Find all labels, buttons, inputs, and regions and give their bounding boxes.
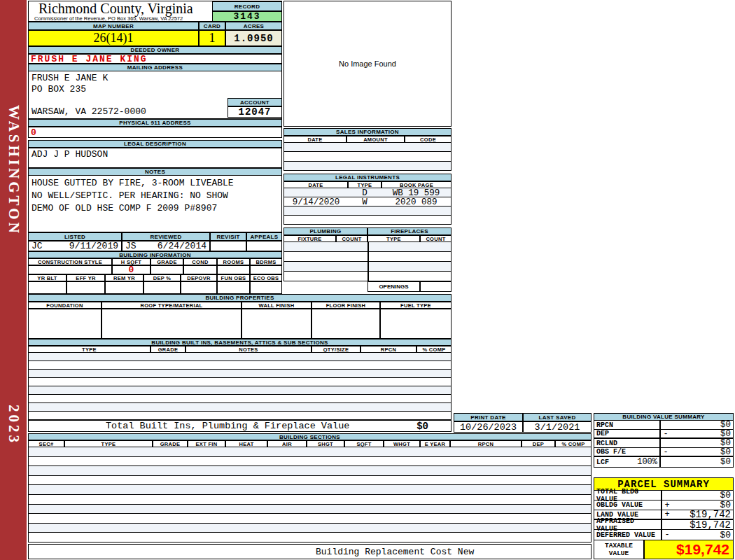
col-fuel-type: FUEL TYPE bbox=[380, 302, 451, 309]
empty-row bbox=[29, 403, 451, 412]
print-info-values: 10/26/2023 3/1/2021 bbox=[454, 421, 592, 433]
print-date-label: PRINT DATE bbox=[454, 413, 523, 421]
acres-value: 1.0950 bbox=[225, 30, 282, 46]
deeded-owner-value: FRUSH E JANE KING bbox=[28, 54, 282, 64]
col-foundation: FOUNDATION bbox=[28, 302, 102, 309]
empty-row bbox=[284, 143, 451, 152]
built-ins-title: BUILDING BUILT INS, BASEMENTS, ATTICS & … bbox=[28, 339, 451, 346]
bvs-value: $0 bbox=[671, 457, 733, 467]
col-air: AIR bbox=[267, 440, 307, 447]
cond-value bbox=[183, 265, 217, 274]
empty-row bbox=[29, 524, 591, 533]
empty-row bbox=[284, 272, 451, 281]
depovr-value bbox=[181, 281, 217, 294]
built-ins-total-value: $0 bbox=[416, 421, 428, 432]
account-value: 12047 bbox=[227, 106, 282, 118]
col-yr-blt: YR BLT bbox=[28, 274, 66, 281]
fuel-type-value bbox=[380, 309, 451, 339]
instrument-date: 9/14/2020 bbox=[284, 197, 348, 206]
notes-line: DEMO OF OLD HSE COMP F 2009 P#8907 bbox=[31, 202, 281, 215]
bvs-label: DEP bbox=[594, 430, 661, 438]
col-book-page: BOOK PAGE bbox=[382, 181, 451, 188]
revisit-value bbox=[210, 241, 246, 251]
deeded-owner-label: DEEDED OWNER bbox=[28, 46, 282, 54]
building-sections-header: SEC# TYPE GRADE EXT FIN HEAT AIR SHGT SQ… bbox=[28, 440, 592, 447]
instrument-type: D bbox=[348, 188, 382, 197]
listed-by: JC bbox=[31, 241, 43, 251]
col-shgt: SHGT bbox=[307, 440, 344, 447]
col-construction-style: CONSTRUCTION STYLE bbox=[28, 258, 112, 265]
building-information-title: BUILDING INFORMATION bbox=[28, 251, 282, 258]
yr-blt-value bbox=[28, 281, 66, 294]
rooms-value bbox=[217, 265, 250, 274]
fun-obs-value bbox=[217, 281, 250, 294]
ps-value: $19,742 bbox=[672, 510, 733, 519]
empty-row bbox=[29, 505, 591, 514]
col-eff-yr: EFF YR bbox=[66, 274, 105, 281]
table-row: DEFERRED VALUE - $0 bbox=[594, 530, 733, 540]
col-instrument-type: TYPE bbox=[348, 181, 382, 188]
table-row: APPRAISED VALUE $19,742 bbox=[594, 520, 733, 530]
parcel-summary-table: TOTAL BLDG VALUE $0 OBLDG VALUE + $0 LAN… bbox=[594, 491, 734, 540]
revisit-label: REVISIT bbox=[210, 232, 246, 241]
physical-911-label: PHYSICAL 911 ADDRESS bbox=[28, 119, 282, 127]
ps-sign bbox=[662, 491, 672, 500]
bvs-sign bbox=[661, 439, 671, 447]
col-bdrms: BDRMS bbox=[250, 258, 282, 265]
col-rpcn: RPCN bbox=[450, 440, 522, 447]
col-grade: GRADE bbox=[150, 258, 183, 265]
notes-line: NO WELL/SEPTIC. PER HEARING: NO SHOW bbox=[31, 190, 281, 202]
col-notes: NOTES bbox=[186, 346, 312, 353]
bvs-sign: - bbox=[661, 430, 671, 438]
col-sqft: SQFT bbox=[344, 440, 384, 447]
mailing-line: PO BOX 235 bbox=[31, 84, 281, 95]
legal-instruments-title: LEGAL INSTRUMENTS bbox=[284, 174, 451, 181]
built-ins-header: TYPE GRADE NOTES QTY/SIZE RPCN % COMP bbox=[28, 346, 451, 353]
empty-row bbox=[284, 152, 451, 161]
col-e-year: E YEAR bbox=[420, 440, 450, 447]
col-ext-fin: EXT FIN bbox=[188, 440, 225, 447]
eco-obs-value bbox=[250, 281, 282, 294]
openings-value bbox=[420, 281, 451, 292]
reviewed-by: JS bbox=[125, 241, 136, 251]
building-sections-rows bbox=[28, 447, 592, 542]
empty-row bbox=[29, 447, 591, 457]
sidebar-year-label: 2023 bbox=[5, 405, 22, 445]
listed-label: LISTED bbox=[28, 232, 122, 241]
col-grade: GRADE bbox=[150, 346, 186, 353]
review-value-row: JC 9/11/2019 JS 6/24/2014 bbox=[28, 241, 282, 251]
empty-row bbox=[29, 361, 451, 370]
col-wall-finish: WALL FINISH bbox=[241, 302, 312, 309]
appeals-value bbox=[246, 241, 282, 251]
empty-row bbox=[284, 242, 451, 252]
col-pct-comp: % COMP bbox=[555, 440, 592, 447]
roof-type-value bbox=[102, 309, 241, 339]
card-label: CARD bbox=[199, 22, 225, 30]
empty-row bbox=[29, 485, 591, 495]
plumbing-fireplaces-titles: PLUMBING FIREPLACES bbox=[284, 227, 451, 235]
building-info-values2 bbox=[28, 281, 282, 294]
table-row: TOTAL BLDG VALUE $0 bbox=[594, 491, 733, 500]
rem-yr-value bbox=[105, 281, 144, 294]
building-value-summary-title: BUILDING VALUE SUMMARY bbox=[594, 413, 734, 421]
ps-sign: - bbox=[662, 530, 672, 540]
empty-row bbox=[29, 495, 591, 505]
property-image-panel: No Image Found bbox=[284, 1, 451, 127]
openings-spacer bbox=[284, 281, 368, 292]
col-depovr: DEPOVR bbox=[181, 274, 217, 281]
wall-finish-value bbox=[241, 309, 312, 339]
bvs-sign bbox=[661, 457, 671, 467]
instrument-date bbox=[284, 206, 348, 215]
physical-911-value: 0 bbox=[28, 127, 282, 138]
empty-row bbox=[29, 353, 451, 361]
taxable-value-label: TAXABLE VALUE bbox=[594, 540, 644, 559]
table-row bbox=[284, 206, 451, 216]
building-info-header2: YR BLT EFF YR REM YR DEP % DEPOVR FUN OB… bbox=[28, 274, 282, 281]
instrument-book-page: 2020 089 bbox=[382, 197, 451, 206]
empty-row bbox=[284, 262, 451, 272]
ps-value: $0 bbox=[672, 530, 733, 540]
ps-label: OBLDG VALUE bbox=[594, 500, 662, 510]
fireplaces-title: FIREPLACES bbox=[368, 227, 451, 235]
table-row bbox=[284, 216, 451, 225]
col-cond: COND bbox=[183, 258, 217, 265]
